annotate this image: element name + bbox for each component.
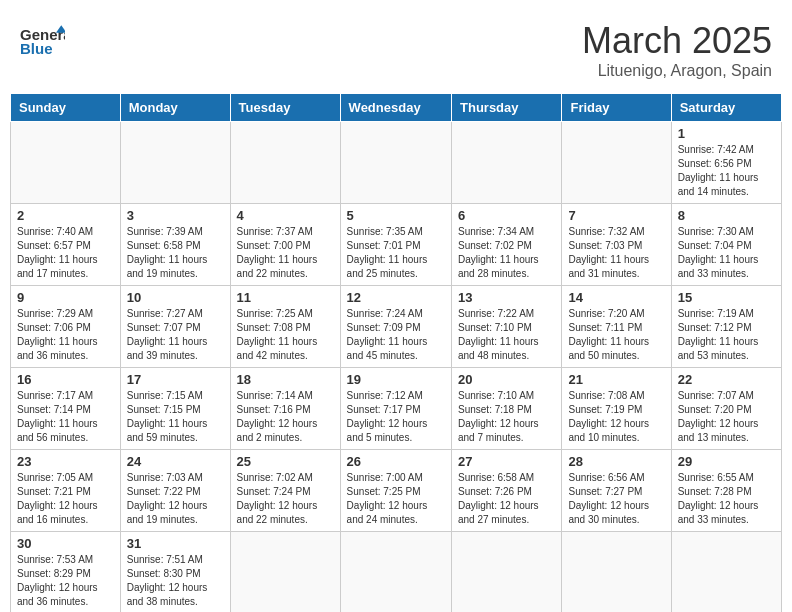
calendar-table: SundayMondayTuesdayWednesdayThursdayFrid… xyxy=(10,93,782,612)
calendar-cell: 31Sunrise: 7:51 AM Sunset: 8:30 PM Dayli… xyxy=(120,532,230,613)
logo: General Blue xyxy=(20,20,65,65)
day-number: 7 xyxy=(568,208,664,223)
day-info: Sunrise: 7:00 AM Sunset: 7:25 PM Dayligh… xyxy=(347,471,445,527)
calendar-cell: 9Sunrise: 7:29 AM Sunset: 7:06 PM Daylig… xyxy=(11,286,121,368)
calendar-cell: 17Sunrise: 7:15 AM Sunset: 7:15 PM Dayli… xyxy=(120,368,230,450)
day-info: Sunrise: 7:24 AM Sunset: 7:09 PM Dayligh… xyxy=(347,307,445,363)
calendar-cell: 19Sunrise: 7:12 AM Sunset: 7:17 PM Dayli… xyxy=(340,368,451,450)
day-info: Sunrise: 7:51 AM Sunset: 8:30 PM Dayligh… xyxy=(127,553,224,609)
title-section: March 2025 Lituenigo, Aragon, Spain xyxy=(582,20,772,80)
day-info: Sunrise: 7:07 AM Sunset: 7:20 PM Dayligh… xyxy=(678,389,775,445)
svg-text:Blue: Blue xyxy=(20,40,53,57)
day-number: 3 xyxy=(127,208,224,223)
day-number: 25 xyxy=(237,454,334,469)
calendar-cell xyxy=(230,532,340,613)
calendar-cell: 14Sunrise: 7:20 AM Sunset: 7:11 PM Dayli… xyxy=(562,286,671,368)
day-info: Sunrise: 7:37 AM Sunset: 7:00 PM Dayligh… xyxy=(237,225,334,281)
weekday-header-tuesday: Tuesday xyxy=(230,94,340,122)
day-info: Sunrise: 7:20 AM Sunset: 7:11 PM Dayligh… xyxy=(568,307,664,363)
weekday-header-thursday: Thursday xyxy=(452,94,562,122)
calendar-cell: 15Sunrise: 7:19 AM Sunset: 7:12 PM Dayli… xyxy=(671,286,781,368)
calendar-cell xyxy=(120,122,230,204)
day-info: Sunrise: 6:55 AM Sunset: 7:28 PM Dayligh… xyxy=(678,471,775,527)
calendar-cell: 3Sunrise: 7:39 AM Sunset: 6:58 PM Daylig… xyxy=(120,204,230,286)
day-number: 2 xyxy=(17,208,114,223)
calendar-week-2: 2Sunrise: 7:40 AM Sunset: 6:57 PM Daylig… xyxy=(11,204,782,286)
calendar-cell: 27Sunrise: 6:58 AM Sunset: 7:26 PM Dayli… xyxy=(452,450,562,532)
day-info: Sunrise: 7:14 AM Sunset: 7:16 PM Dayligh… xyxy=(237,389,334,445)
calendar-cell: 29Sunrise: 6:55 AM Sunset: 7:28 PM Dayli… xyxy=(671,450,781,532)
day-number: 16 xyxy=(17,372,114,387)
day-info: Sunrise: 7:27 AM Sunset: 7:07 PM Dayligh… xyxy=(127,307,224,363)
calendar-week-1: 1Sunrise: 7:42 AM Sunset: 6:56 PM Daylig… xyxy=(11,122,782,204)
calendar-cell: 23Sunrise: 7:05 AM Sunset: 7:21 PM Dayli… xyxy=(11,450,121,532)
weekday-header-saturday: Saturday xyxy=(671,94,781,122)
day-info: Sunrise: 7:10 AM Sunset: 7:18 PM Dayligh… xyxy=(458,389,555,445)
day-info: Sunrise: 6:56 AM Sunset: 7:27 PM Dayligh… xyxy=(568,471,664,527)
day-number: 14 xyxy=(568,290,664,305)
calendar-cell: 6Sunrise: 7:34 AM Sunset: 7:02 PM Daylig… xyxy=(452,204,562,286)
day-info: Sunrise: 7:12 AM Sunset: 7:17 PM Dayligh… xyxy=(347,389,445,445)
calendar-week-5: 23Sunrise: 7:05 AM Sunset: 7:21 PM Dayli… xyxy=(11,450,782,532)
day-info: Sunrise: 6:58 AM Sunset: 7:26 PM Dayligh… xyxy=(458,471,555,527)
calendar-cell xyxy=(340,532,451,613)
calendar-cell: 30Sunrise: 7:53 AM Sunset: 8:29 PM Dayli… xyxy=(11,532,121,613)
calendar-cell: 28Sunrise: 6:56 AM Sunset: 7:27 PM Dayli… xyxy=(562,450,671,532)
calendar-cell xyxy=(562,122,671,204)
day-info: Sunrise: 7:30 AM Sunset: 7:04 PM Dayligh… xyxy=(678,225,775,281)
day-number: 13 xyxy=(458,290,555,305)
calendar-cell: 8Sunrise: 7:30 AM Sunset: 7:04 PM Daylig… xyxy=(671,204,781,286)
calendar-cell xyxy=(562,532,671,613)
day-number: 6 xyxy=(458,208,555,223)
calendar-week-6: 30Sunrise: 7:53 AM Sunset: 8:29 PM Dayli… xyxy=(11,532,782,613)
calendar-cell xyxy=(340,122,451,204)
day-info: Sunrise: 7:19 AM Sunset: 7:12 PM Dayligh… xyxy=(678,307,775,363)
day-number: 1 xyxy=(678,126,775,141)
day-number: 22 xyxy=(678,372,775,387)
weekday-header-sunday: Sunday xyxy=(11,94,121,122)
calendar-cell: 22Sunrise: 7:07 AM Sunset: 7:20 PM Dayli… xyxy=(671,368,781,450)
day-number: 20 xyxy=(458,372,555,387)
calendar-cell: 13Sunrise: 7:22 AM Sunset: 7:10 PM Dayli… xyxy=(452,286,562,368)
day-number: 27 xyxy=(458,454,555,469)
day-info: Sunrise: 7:40 AM Sunset: 6:57 PM Dayligh… xyxy=(17,225,114,281)
day-number: 19 xyxy=(347,372,445,387)
weekday-header-wednesday: Wednesday xyxy=(340,94,451,122)
calendar-cell xyxy=(671,532,781,613)
calendar-cell: 7Sunrise: 7:32 AM Sunset: 7:03 PM Daylig… xyxy=(562,204,671,286)
day-number: 9 xyxy=(17,290,114,305)
day-info: Sunrise: 7:05 AM Sunset: 7:21 PM Dayligh… xyxy=(17,471,114,527)
day-number: 29 xyxy=(678,454,775,469)
day-number: 18 xyxy=(237,372,334,387)
calendar-cell xyxy=(11,122,121,204)
day-number: 23 xyxy=(17,454,114,469)
day-info: Sunrise: 7:53 AM Sunset: 8:29 PM Dayligh… xyxy=(17,553,114,609)
calendar-cell: 1Sunrise: 7:42 AM Sunset: 6:56 PM Daylig… xyxy=(671,122,781,204)
page-header: General Blue March 2025 Lituenigo, Arago… xyxy=(10,10,782,85)
day-number: 24 xyxy=(127,454,224,469)
day-number: 31 xyxy=(127,536,224,551)
day-number: 8 xyxy=(678,208,775,223)
day-info: Sunrise: 7:22 AM Sunset: 7:10 PM Dayligh… xyxy=(458,307,555,363)
day-info: Sunrise: 7:02 AM Sunset: 7:24 PM Dayligh… xyxy=(237,471,334,527)
month-title: March 2025 xyxy=(582,20,772,62)
weekday-header-monday: Monday xyxy=(120,94,230,122)
calendar-cell: 24Sunrise: 7:03 AM Sunset: 7:22 PM Dayli… xyxy=(120,450,230,532)
calendar-cell: 26Sunrise: 7:00 AM Sunset: 7:25 PM Dayli… xyxy=(340,450,451,532)
day-number: 10 xyxy=(127,290,224,305)
day-number: 11 xyxy=(237,290,334,305)
day-info: Sunrise: 7:39 AM Sunset: 6:58 PM Dayligh… xyxy=(127,225,224,281)
day-number: 4 xyxy=(237,208,334,223)
day-number: 26 xyxy=(347,454,445,469)
day-number: 12 xyxy=(347,290,445,305)
calendar-cell: 2Sunrise: 7:40 AM Sunset: 6:57 PM Daylig… xyxy=(11,204,121,286)
calendar-cell: 11Sunrise: 7:25 AM Sunset: 7:08 PM Dayli… xyxy=(230,286,340,368)
calendar-cell: 21Sunrise: 7:08 AM Sunset: 7:19 PM Dayli… xyxy=(562,368,671,450)
location: Lituenigo, Aragon, Spain xyxy=(582,62,772,80)
weekday-header-friday: Friday xyxy=(562,94,671,122)
day-number: 28 xyxy=(568,454,664,469)
calendar-week-4: 16Sunrise: 7:17 AM Sunset: 7:14 PM Dayli… xyxy=(11,368,782,450)
weekday-header-row: SundayMondayTuesdayWednesdayThursdayFrid… xyxy=(11,94,782,122)
calendar-cell: 25Sunrise: 7:02 AM Sunset: 7:24 PM Dayli… xyxy=(230,450,340,532)
day-info: Sunrise: 7:34 AM Sunset: 7:02 PM Dayligh… xyxy=(458,225,555,281)
